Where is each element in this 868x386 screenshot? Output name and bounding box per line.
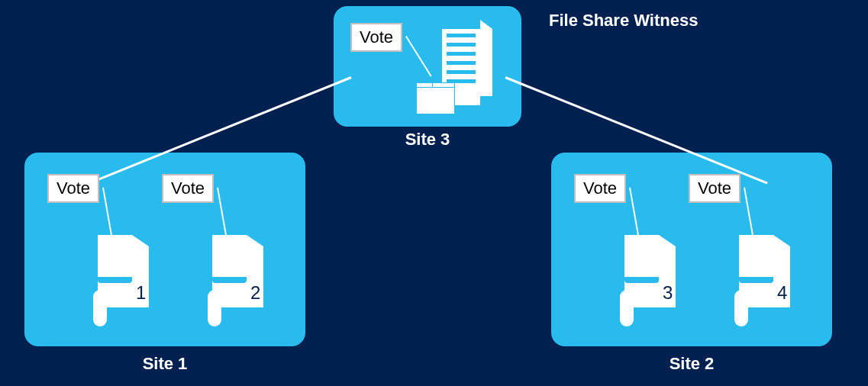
vote-tag-4: Vote: [689, 174, 741, 203]
vote-tag-1: Vote: [47, 174, 99, 203]
site2-panel: Vote 3 Vote 4: [551, 153, 832, 346]
witness-title: File Share Witness: [549, 11, 698, 31]
site3-panel: Vote: [334, 6, 521, 127]
site1-label: Site 1: [24, 354, 305, 374]
site2-label: Site 2: [551, 354, 832, 374]
server-2-icon: 2: [212, 235, 266, 326]
server-3-icon: 3: [624, 235, 678, 326]
server-2-num: 2: [250, 282, 260, 304]
folder-icon: [416, 82, 458, 114]
server-4-num: 4: [777, 282, 787, 304]
server-3-num: 3: [663, 282, 673, 304]
lead-witness: [405, 36, 432, 77]
server-1-num: 1: [136, 282, 146, 304]
server-1-icon: 1: [98, 235, 151, 326]
site3-label: Site 3: [334, 130, 521, 150]
vote-tag-witness: Vote: [350, 23, 402, 52]
vote-tag-2: Vote: [162, 174, 214, 203]
server-4-icon: 4: [739, 235, 792, 326]
site1-panel: Vote 1 Vote 2: [24, 153, 305, 346]
vote-tag-3: Vote: [574, 174, 626, 203]
